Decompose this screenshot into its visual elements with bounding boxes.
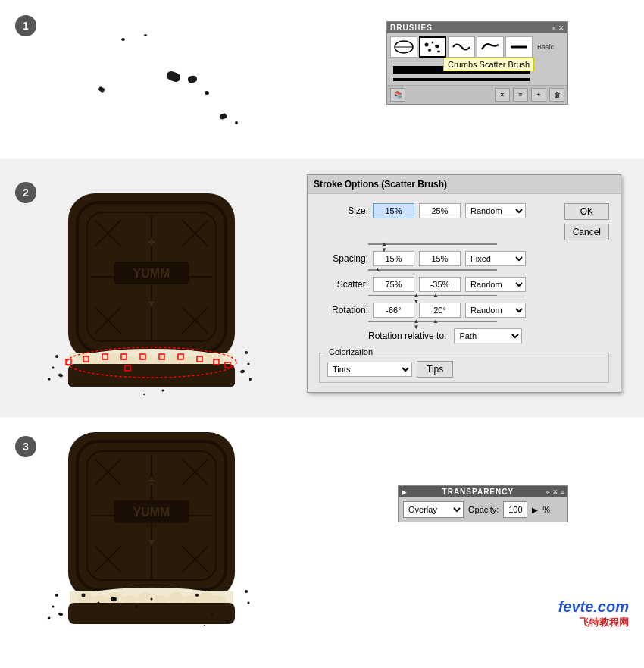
step-3-number: 3 bbox=[15, 436, 36, 457]
scatter-label: Scatter: bbox=[319, 279, 368, 290]
rotation-input-2[interactable] bbox=[419, 303, 461, 318]
size-label: Size: bbox=[319, 205, 368, 216]
crumb-dot bbox=[144, 34, 147, 36]
brushes-grid: Crumbs Scatter Brush Basic bbox=[387, 33, 567, 62]
scatter-input-1[interactable] bbox=[373, 277, 414, 292]
colorization-group: Colorization Tints Tints and Shades Hue … bbox=[319, 353, 609, 383]
spacing-slider-row: ▲ bbox=[319, 269, 609, 271]
trans-panel-controls: « ✕ ≡ bbox=[546, 488, 564, 496]
crumb-dot bbox=[165, 70, 181, 83]
transparency-body: Overlay Normal Multiply Screen Soft Ligh… bbox=[399, 497, 567, 522]
spacing-input-2[interactable] bbox=[419, 251, 461, 266]
brush-basic-label: Basic bbox=[534, 36, 557, 58]
brush-delete-icon[interactable]: 🗑 bbox=[549, 88, 564, 102]
svg-point-29 bbox=[108, 353, 123, 365]
brush-item-1[interactable] bbox=[390, 36, 417, 58]
trans-collapse-icon[interactable]: « bbox=[546, 488, 550, 496]
size-dropdown[interactable]: Random Fixed Pressure bbox=[465, 203, 526, 218]
svg-point-54 bbox=[245, 351, 248, 354]
step-2-number: 2 bbox=[15, 182, 36, 203]
step-1-number: 1 bbox=[15, 15, 36, 36]
collapse-icon[interactable]: « bbox=[552, 24, 556, 32]
spacing-input-1[interactable] bbox=[373, 251, 414, 266]
brush-item-4[interactable] bbox=[477, 36, 504, 58]
ok-button[interactable]: OK bbox=[564, 203, 609, 220]
brush-item-2[interactable]: Crumbs Scatter Brush bbox=[419, 36, 446, 58]
size-input-2[interactable] bbox=[419, 203, 461, 218]
svg-text:+: + bbox=[148, 473, 156, 488]
colorization-legend: Colorization bbox=[326, 347, 376, 356]
dialog-buttons: OK Cancel bbox=[564, 203, 609, 240]
svg-text:▼: ▼ bbox=[146, 536, 157, 548]
svg-point-102 bbox=[82, 594, 86, 597]
blend-mode-select[interactable]: Overlay Normal Multiply Screen Soft Ligh… bbox=[403, 501, 464, 518]
brush-library-icon[interactable]: 📚 bbox=[390, 88, 405, 102]
svg-text:+: + bbox=[148, 234, 156, 249]
size-slider-row: ▲ ▼ bbox=[319, 243, 609, 245]
svg-point-27 bbox=[77, 353, 92, 365]
rotation-dropdown[interactable]: Random Fixed bbox=[465, 303, 526, 318]
svg-text:YUMM: YUMM bbox=[133, 267, 170, 280]
scatter-input-2[interactable] bbox=[419, 277, 461, 292]
close-icon[interactable]: ✕ bbox=[558, 24, 564, 32]
spacing-dropdown[interactable]: Fixed Random bbox=[465, 251, 526, 266]
crumb-dot bbox=[219, 113, 227, 121]
brushes-panel: BRUSHES « ✕ bbox=[386, 21, 568, 105]
svg-point-109 bbox=[211, 613, 214, 616]
opacity-input[interactable] bbox=[503, 501, 527, 518]
svg-point-55 bbox=[248, 363, 250, 365]
rotation-label: Rotation: bbox=[319, 305, 368, 315]
svg-text:▼: ▼ bbox=[146, 297, 157, 309]
svg-point-2 bbox=[425, 43, 429, 47]
svg-point-6 bbox=[437, 50, 440, 53]
svg-rect-38 bbox=[68, 379, 235, 387]
cancel-button[interactable]: Cancel bbox=[564, 224, 609, 240]
brushes-panel-title: BRUSHES bbox=[390, 24, 433, 32]
svg-point-60 bbox=[143, 394, 145, 395]
panel-controls: « ✕ bbox=[552, 24, 564, 32]
trans-close-icon[interactable]: ✕ bbox=[552, 488, 558, 496]
size-input-1[interactable] bbox=[373, 203, 414, 218]
brush-options-icon[interactable]: ≡ bbox=[513, 88, 528, 102]
opacity-label: Opacity: bbox=[468, 505, 499, 514]
stroke-preview-thin bbox=[393, 78, 530, 81]
rotation-input-1[interactable] bbox=[373, 303, 414, 318]
rotation-relative-dropdown[interactable]: Path Page bbox=[454, 328, 522, 343]
section-2: 2 YUMM + bbox=[0, 159, 644, 417]
watermark-domain: fevte.com bbox=[558, 598, 629, 616]
brush-item-3[interactable] bbox=[448, 36, 475, 58]
svg-point-5 bbox=[428, 49, 431, 52]
rotation-relative-label: Rotation relative to: bbox=[368, 331, 446, 341]
scatter-dropdown[interactable]: Random Fixed bbox=[465, 277, 526, 292]
crumb-dot bbox=[121, 38, 125, 41]
spacing-label: Spacing: bbox=[319, 253, 368, 264]
svg-point-56 bbox=[240, 369, 245, 373]
svg-point-108 bbox=[195, 594, 199, 597]
colorization-dropdown[interactable]: Tints Tints and Shades Hue Shift None bbox=[327, 362, 412, 377]
svg-point-53 bbox=[58, 373, 63, 378]
svg-point-105 bbox=[135, 605, 138, 608]
brush-tooltip: Crumbs Scatter Brush bbox=[443, 58, 534, 71]
svg-point-3 bbox=[432, 42, 434, 44]
brush-new-icon[interactable]: + bbox=[531, 88, 546, 102]
crumb-dot bbox=[187, 75, 197, 83]
stroke-options-dialog: Stroke Options (Scatter Brush) Size: Ran… bbox=[307, 174, 621, 393]
crumb-dot bbox=[235, 121, 238, 124]
svg-point-110 bbox=[226, 620, 229, 623]
cookie-container: YUMM + ▼ bbox=[45, 174, 258, 402]
svg-point-58 bbox=[249, 378, 252, 381]
svg-point-57 bbox=[48, 378, 51, 381]
svg-point-107 bbox=[174, 610, 175, 611]
brush-remove-icon[interactable]: ✕ bbox=[495, 88, 510, 102]
trans-arrow-icon: ▶ bbox=[402, 488, 407, 496]
trans-menu-icon[interactable]: ≡ bbox=[561, 488, 564, 496]
svg-point-51 bbox=[55, 355, 58, 358]
crumbs-below-3 bbox=[61, 584, 288, 632]
tips-button[interactable]: Tips bbox=[417, 361, 453, 378]
scatter-slider-row: ▲ ▼ ▲ bbox=[319, 295, 609, 296]
opacity-arrow-icon[interactable]: ▶ bbox=[532, 506, 538, 514]
rotation-slider-row: ▲ ▼ ▲ bbox=[319, 321, 609, 322]
svg-point-104 bbox=[110, 596, 117, 602]
stroke-dialog-body: Size: Random Fixed Pressure OK Cancel bbox=[308, 194, 621, 392]
brush-item-5[interactable] bbox=[505, 36, 533, 58]
